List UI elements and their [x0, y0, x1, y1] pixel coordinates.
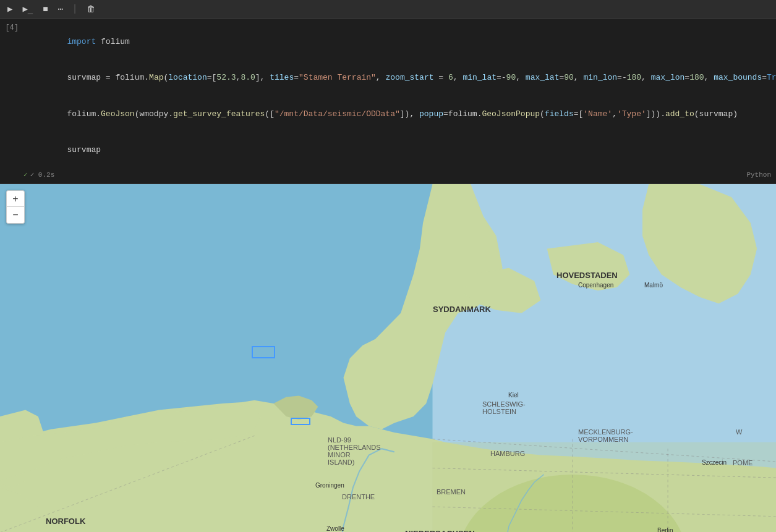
- map-background: [0, 184, 776, 532]
- zoom-out-button[interactable]: −: [7, 207, 24, 223]
- cell-check-icon: ✓: [23, 171, 28, 179]
- notebook-toolbar: ▶ ▶̲ ■ ⋯ | 🗑: [0, 0, 776, 19]
- cell-code[interactable]: import folium survmap = folium.Map(locat…: [23, 22, 776, 169]
- code-line-3: folium.GeoJson(wmodpy.get_survey_feature…: [28, 96, 776, 132]
- cell-language: Python: [746, 171, 771, 179]
- delete-button[interactable]: 🗑: [84, 3, 98, 15]
- zoom-controls: + −: [6, 190, 25, 224]
- code-cell-4: [4] import folium survmap = folium.Map(l…: [0, 19, 776, 184]
- cell-number: [4]: [0, 22, 23, 33]
- cell-timing: ✓ 0.2s: [30, 171, 55, 179]
- map-output[interactable]: + − HOVEDSTADEN Copenhagen Malmö SYDDANM…: [0, 184, 776, 532]
- run-next-button[interactable]: ▶̲: [20, 2, 35, 15]
- code-line-4: survmap: [28, 132, 776, 169]
- more-button[interactable]: ⋯: [56, 2, 66, 15]
- cell-status: ✓ ✓ 0.2s Python: [0, 169, 776, 180]
- svg-rect-7: [433, 442, 776, 532]
- code-line-2: survmap = folium.Map(location=[52.3,8.0]…: [28, 60, 776, 96]
- stop-button[interactable]: ■: [40, 3, 50, 15]
- code-line-1: import folium: [28, 23, 776, 60]
- run-prev-button[interactable]: ▶: [5, 2, 15, 15]
- zoom-in-button[interactable]: +: [7, 191, 24, 207]
